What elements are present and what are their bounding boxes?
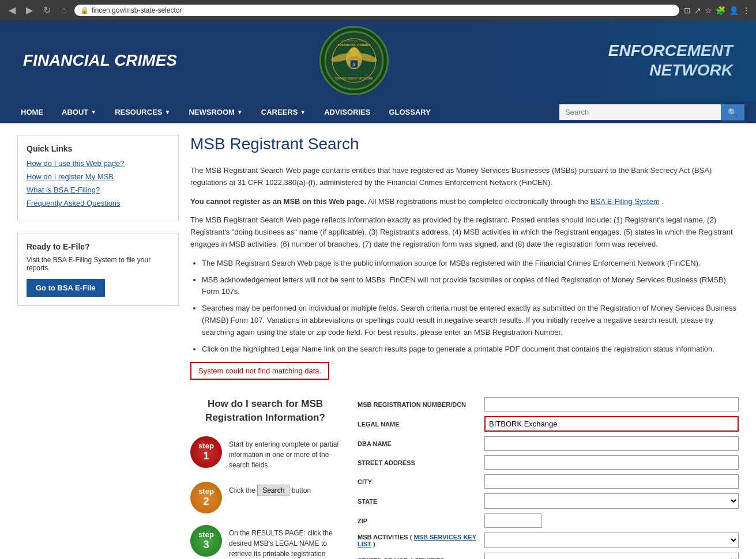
step-2-pre: Click the bbox=[229, 486, 257, 494]
nav-about[interactable]: ABOUT ▼ bbox=[52, 101, 106, 123]
nav-resources[interactable]: RESOURCES ▼ bbox=[106, 101, 179, 123]
about-dropdown-arrow: ▼ bbox=[91, 109, 96, 115]
profile-icon: 👤 bbox=[729, 6, 739, 15]
resources-dropdown-arrow: ▼ bbox=[164, 109, 170, 115]
city-input[interactable] bbox=[484, 474, 739, 489]
header-bg-overlay bbox=[454, 20, 756, 101]
nav-newsroom[interactable]: NEWSROOM ▼ bbox=[179, 101, 251, 123]
intro-mid-text: All MSB registrations must be completed … bbox=[368, 197, 590, 206]
sidebar-link-bsa-efiling[interactable]: What is BSA E-Filing? bbox=[27, 186, 170, 194]
nav-search-area: 🔍 bbox=[559, 104, 744, 120]
step-3-num: 3 bbox=[203, 539, 209, 551]
sidebar-link-register-msb[interactable]: How do I register My MSB bbox=[27, 172, 170, 181]
state-select[interactable] bbox=[484, 493, 739, 509]
msb-reg-row: MSB REGISTRATION NUMBER/DCN bbox=[358, 397, 739, 411]
intro-paragraph-2: You cannot register as an MSB on this We… bbox=[190, 196, 739, 208]
zip-row: ZIP bbox=[358, 513, 739, 528]
url-text: fincen.gov/msb-state-selector bbox=[92, 6, 182, 14]
address-bar[interactable]: 🔒 fincen.gov/msb-state-selector bbox=[74, 5, 679, 16]
sidebar-link-how-to-use[interactable]: How do I use this Web page? bbox=[27, 159, 170, 168]
fincen-seal: FINANCIAL CRIMES ENFORCEMENT NETWORK $ 0… bbox=[319, 26, 389, 95]
bookmark-icon: ☆ bbox=[705, 6, 712, 15]
states-msb-select[interactable] bbox=[484, 553, 739, 559]
nav-search-button[interactable]: 🔍 bbox=[721, 104, 744, 120]
street-address-label: STREET ADDRESS bbox=[358, 459, 484, 466]
sidebar-link-faq[interactable]: Frequently Asked Questions bbox=[27, 199, 170, 207]
quick-links-title: Quick Links bbox=[27, 144, 170, 153]
city-label: CITY bbox=[358, 478, 484, 485]
msb-activities-row: MSB ACTIVITIES ( MSB Services Key List ) bbox=[358, 532, 739, 548]
refresh-button[interactable]: ↻ bbox=[40, 3, 54, 17]
screenshot-icon: ⊡ bbox=[684, 6, 691, 15]
nav-items: HOME ABOUT ▼ RESOURCES ▼ NEWSROOM ▼ CARE… bbox=[12, 101, 559, 123]
home-button[interactable]: ⌂ bbox=[58, 4, 70, 17]
step-3-text: On the RESULTS PAGE: click the desired M… bbox=[229, 525, 340, 559]
city-row: CITY bbox=[358, 474, 739, 489]
nav-search-input[interactable] bbox=[559, 104, 721, 120]
step-2-circle: step 2 bbox=[190, 482, 222, 513]
step-2-word: step bbox=[198, 487, 214, 496]
zip-label: ZIP bbox=[358, 518, 484, 524]
bsa-efiling-link[interactable]: BSA E-Filing System bbox=[590, 197, 660, 206]
quick-links-section: Quick Links How do I use this Web page? … bbox=[17, 135, 179, 221]
step-2-num: 2 bbox=[203, 496, 209, 508]
intro-bold-text: You cannot register as an MSB on this We… bbox=[190, 197, 366, 206]
header-logo: FINANCIAL CRIMES ENFORCEMENT NETWORK $ 0… bbox=[319, 26, 389, 95]
sidebar: Quick Links How do I use this Web page? … bbox=[17, 135, 179, 559]
msb-activities-label: MSB ACTIVITIES ( MSB Services Key List ) bbox=[358, 534, 484, 547]
search-layout: How do I search for MSB Registration Inf… bbox=[190, 397, 739, 559]
street-address-input[interactable] bbox=[484, 455, 739, 470]
how-to-search: How do I search for MSB Registration Inf… bbox=[190, 397, 340, 559]
step-2-search-button[interactable]: Search bbox=[257, 485, 289, 496]
how-title: How do I search for MSB Registration Inf… bbox=[190, 397, 340, 425]
intro-paragraph-1: The MSB Registrant Search Web page conta… bbox=[190, 165, 739, 189]
step-1-word: step bbox=[198, 441, 214, 450]
bullet-item-2: MSB acknowledgement letters will not be … bbox=[202, 274, 739, 299]
nav-careers[interactable]: CAREERS ▼ bbox=[252, 101, 315, 123]
bullet-item-3: Searches may be performed on individual … bbox=[202, 303, 739, 338]
nav-glossary[interactable]: GLOSSARY bbox=[379, 101, 439, 123]
dba-name-row: DBA NAME bbox=[358, 436, 739, 451]
search-form: MSB REGISTRATION NUMBER/DCN LEGAL NAME D… bbox=[358, 397, 739, 559]
state-label: STATE bbox=[358, 498, 484, 505]
site-navigation: HOME ABOUT ▼ RESOURCES ▼ NEWSROOM ▼ CARE… bbox=[0, 101, 756, 123]
go-to-bsa-efile-button[interactable]: Go to BSA E-File bbox=[27, 279, 105, 297]
browser-toolbar-icons: ⊡ ↗ ☆ 🧩 👤 ⋮ bbox=[684, 6, 750, 15]
lock-icon: 🔒 bbox=[80, 6, 89, 14]
content-area: MSB Registrant Search The MSB Registrant… bbox=[190, 135, 739, 559]
forward-button[interactable]: ▶ bbox=[23, 3, 36, 17]
nav-advisories[interactable]: ADVISORIES bbox=[315, 101, 379, 123]
legal-name-label: LEGAL NAME bbox=[358, 421, 484, 428]
intro-end-text: . bbox=[661, 197, 664, 206]
step-1-circle: step 1 bbox=[190, 436, 222, 468]
page-title: MSB Registrant Search bbox=[190, 135, 739, 153]
legal-name-input[interactable] bbox=[484, 416, 739, 432]
header-left-text: FINANCIAL CRIMES bbox=[23, 51, 177, 70]
zip-input[interactable] bbox=[484, 513, 542, 528]
step-3-circle: step 3 bbox=[190, 525, 222, 557]
states-msb-activities-row: STATES OF MSB ACTIVITIES bbox=[358, 553, 739, 559]
dba-name-input[interactable] bbox=[484, 436, 739, 451]
error-message: System could not find matching data. bbox=[190, 362, 329, 380]
msb-reg-label: MSB REGISTRATION NUMBER/DCN bbox=[358, 401, 484, 408]
bullet-item-4: Click on the highlighted Legal Name link… bbox=[202, 343, 739, 356]
bullet-item-1: The MSB Registrant Search Web page is th… bbox=[202, 258, 739, 270]
main-container: Quick Links How do I use this Web page? … bbox=[0, 123, 756, 559]
step-3-row: step 3 On the RESULTS PAGE: click the de… bbox=[190, 525, 340, 559]
newsroom-dropdown-arrow: ▼ bbox=[237, 109, 243, 115]
share-icon: ↗ bbox=[694, 6, 701, 15]
extensions-icon: 🧩 bbox=[716, 6, 725, 15]
careers-dropdown-arrow: ▼ bbox=[300, 109, 306, 115]
msb-activities-select[interactable] bbox=[484, 532, 739, 548]
site-header: FINANCIAL CRIMES FINANCIAL CRIMES ENFORC… bbox=[0, 20, 756, 101]
legal-name-row: LEGAL NAME bbox=[358, 416, 739, 432]
street-address-row: STREET ADDRESS bbox=[358, 455, 739, 470]
efile-title: Ready to E-File? bbox=[27, 242, 170, 251]
intro-paragraph-3: The MSB Registrant Search Web page refle… bbox=[190, 214, 739, 250]
msb-reg-input[interactable] bbox=[484, 397, 739, 411]
info-bullet-list: The MSB Registrant Search Web page is th… bbox=[202, 258, 739, 356]
step-1-text: Start by entering complete or partial in… bbox=[229, 436, 340, 470]
back-button[interactable]: ◀ bbox=[6, 3, 18, 17]
nav-home[interactable]: HOME bbox=[12, 101, 52, 123]
step-1-num: 1 bbox=[203, 450, 209, 462]
